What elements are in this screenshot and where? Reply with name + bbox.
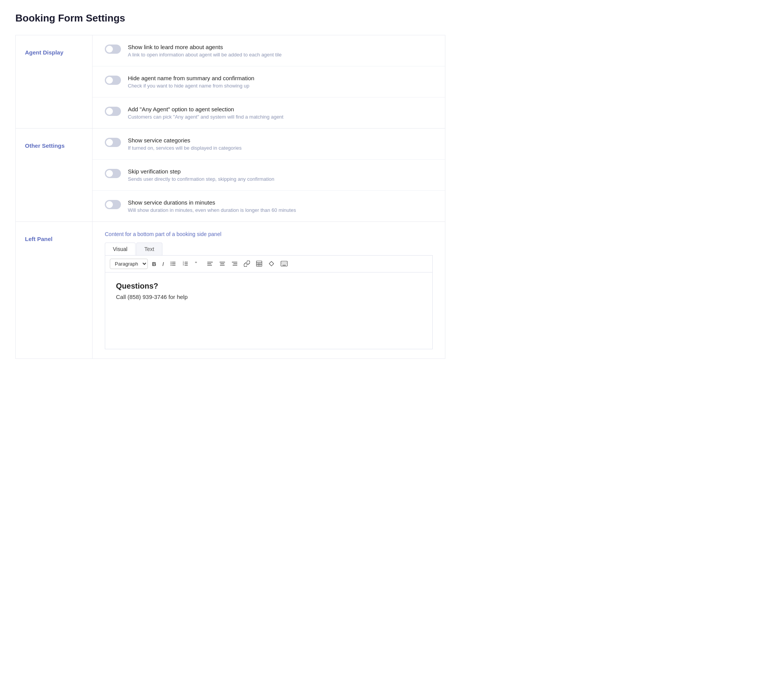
setting-show-link-agents: Show link to leard more about agents A l… — [93, 35, 445, 66]
toggle-slider-service-cat — [105, 138, 121, 147]
toggle-wrapper-service-cat[interactable] — [105, 138, 121, 147]
toolbar-italic[interactable]: I — [160, 260, 166, 268]
toggle-slider-any-agent — [105, 107, 121, 116]
setting-title-duration: Show service durations in minutes — [128, 199, 433, 206]
editor-body[interactable]: Questions? Call (858) 939-3746 for help — [105, 272, 433, 349]
setting-title-hide-agent: Hide agent name from summary and confirm… — [128, 75, 433, 81]
toggle-show-link[interactable] — [105, 45, 121, 54]
other-settings-row: Other Settings Show service categories I… — [16, 129, 445, 222]
setting-desc-show-link: A link to open information about agent w… — [128, 52, 433, 58]
toggle-duration[interactable] — [105, 200, 121, 209]
setting-service-categories: Show service categories If turned on, se… — [93, 129, 445, 160]
toolbar-ol[interactable]: 1.2.3. — [180, 259, 190, 269]
setting-title-skip-ver: Skip verification step — [128, 168, 433, 175]
setting-hide-agent-name: Hide agent name from summary and confirm… — [93, 66, 445, 97]
page-title: Booking Form Settings — [15, 12, 445, 24]
setting-skip-verification: Skip verification step Sends user direct… — [93, 160, 445, 191]
svg-point-4 — [170, 263, 171, 264]
other-settings-label: Other Settings — [25, 142, 65, 149]
toolbar-keyboard[interactable] — [279, 260, 289, 268]
toolbar-align-right[interactable] — [230, 259, 240, 269]
toggle-hide-agent[interactable] — [105, 76, 121, 85]
agent-display-label-cell: Agent Display — [16, 35, 93, 128]
toggle-wrapper-skip-ver[interactable] — [105, 169, 121, 178]
toolbar-special[interactable] — [266, 259, 276, 269]
left-panel-header: Content for a bottom part of a booking s… — [105, 231, 433, 237]
toolbar-ul[interactable] — [168, 259, 178, 269]
toggle-slider-show-link — [105, 45, 121, 54]
toggle-wrapper-any-agent[interactable] — [105, 107, 121, 116]
left-panel-label: Left Panel — [25, 236, 53, 242]
setting-desc-service-cat: If turned on, services will be displayed… — [128, 145, 433, 151]
left-panel-label-cell: Left Panel — [16, 222, 93, 358]
setting-service-durations: Show service durations in minutes Will s… — [93, 191, 445, 221]
toggle-skip-ver[interactable] — [105, 169, 121, 178]
setting-title-service-cat: Show service categories — [128, 137, 433, 144]
svg-text:3.: 3. — [183, 264, 184, 266]
svg-rect-22 — [256, 261, 262, 266]
toolbar-blockquote[interactable]: " — [193, 259, 203, 269]
setting-desc-duration: Will show duration in minutes, even when… — [128, 207, 433, 213]
svg-point-5 — [170, 264, 171, 265]
agent-display-label: Agent Display — [25, 49, 63, 56]
setting-title-any-agent: Add "Any Agent" option to agent selectio… — [128, 106, 433, 112]
toggle-slider-duration — [105, 200, 121, 209]
editor-tabs: Visual Text — [105, 243, 433, 256]
toolbar-table[interactable] — [254, 259, 264, 269]
left-panel-content: Content for a bottom part of a booking s… — [93, 222, 445, 358]
toggle-wrapper-duration[interactable] — [105, 200, 121, 209]
toolbar-align-left[interactable] — [205, 259, 215, 269]
setting-desc-any-agent: Customers can pick "Any agent" and syste… — [128, 114, 433, 120]
agent-display-content: Show link to leard more about agents A l… — [93, 35, 445, 128]
setting-desc-skip-ver: Sends user directly to confirmation step… — [128, 176, 433, 182]
toggle-wrapper-show-link[interactable] — [105, 45, 121, 54]
agent-display-row: Agent Display Show link to leard more ab… — [16, 35, 445, 129]
setting-text-duration: Show service durations in minutes Will s… — [128, 199, 433, 213]
setting-text-show-link: Show link to leard more about agents A l… — [128, 44, 433, 58]
editor-toolbar: Paragraph B I 1.2.3. " — [105, 256, 433, 272]
toggle-any-agent[interactable] — [105, 107, 121, 116]
tab-visual[interactable]: Visual — [105, 243, 136, 255]
paragraph-select[interactable]: Paragraph — [110, 259, 148, 269]
tab-text[interactable]: Text — [136, 243, 162, 255]
toggle-wrapper-hide-agent[interactable] — [105, 76, 121, 85]
settings-table: Agent Display Show link to leard more ab… — [15, 35, 445, 359]
setting-title-show-link: Show link to leard more about agents — [128, 44, 433, 50]
toggle-slider-skip-ver — [105, 169, 121, 178]
page-container: Booking Form Settings Agent Display Show… — [0, 0, 461, 371]
svg-text:": " — [195, 261, 197, 267]
svg-point-3 — [170, 261, 171, 262]
setting-text-skip-ver: Skip verification step Sends user direct… — [128, 168, 433, 182]
toggle-service-cat[interactable] — [105, 138, 121, 147]
left-panel-content-cell: Content for a bottom part of a booking s… — [93, 222, 445, 358]
setting-text-any-agent: Add "Any Agent" option to agent selectio… — [128, 106, 433, 120]
setting-text-hide-agent: Hide agent name from summary and confirm… — [128, 75, 433, 89]
setting-desc-hide-agent: Check if you want to hide agent name fro… — [128, 83, 433, 89]
toggle-slider-hide-agent — [105, 76, 121, 85]
other-settings-label-cell: Other Settings — [16, 129, 93, 221]
editor-heading: Questions? — [116, 282, 422, 291]
editor-paragraph: Call (858) 939-3746 for help — [116, 294, 422, 300]
toolbar-bold[interactable]: B — [150, 260, 158, 268]
other-settings-content: Show service categories If turned on, se… — [93, 129, 445, 221]
left-panel-row: Left Panel Content for a bottom part of … — [16, 222, 445, 358]
setting-text-service-cat: Show service categories If turned on, se… — [128, 137, 433, 151]
setting-any-agent: Add "Any Agent" option to agent selectio… — [93, 97, 445, 128]
toolbar-link[interactable] — [242, 259, 252, 269]
toolbar-align-center[interactable] — [217, 259, 227, 269]
